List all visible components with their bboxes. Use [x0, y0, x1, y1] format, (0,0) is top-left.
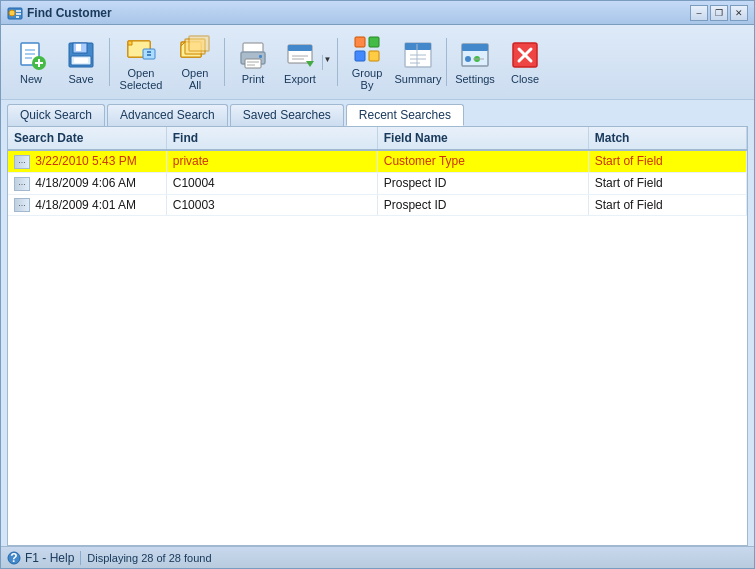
- svg-rect-49: [473, 58, 484, 60]
- group-by-label: Group By: [347, 67, 387, 91]
- summary-button[interactable]: Summary: [394, 34, 442, 90]
- svg-marker-34: [306, 61, 314, 67]
- open-selected-label: Open Selected: [119, 67, 163, 91]
- settings-icon: [459, 39, 491, 71]
- status-divider: [80, 551, 81, 565]
- svg-rect-18: [143, 49, 155, 59]
- new-button[interactable]: New: [7, 34, 55, 90]
- svg-rect-31: [288, 45, 312, 51]
- open-all-button[interactable]: Open All: [170, 29, 220, 95]
- help-label-container: ? F1 - Help: [7, 551, 74, 565]
- group-by-button[interactable]: Group By: [342, 29, 392, 95]
- print-icon: [237, 39, 269, 71]
- help-icon: ?: [7, 551, 21, 565]
- title-bar-buttons: – ❐ ✕: [690, 5, 748, 21]
- open-selected-button[interactable]: Open Selected: [114, 29, 168, 95]
- cell-search-date: ··· 3/22/2010 5:43 PM: [8, 150, 166, 172]
- svg-rect-26: [245, 59, 261, 68]
- svg-rect-14: [76, 44, 81, 51]
- export-dropdown-arrow[interactable]: ▼: [322, 55, 332, 70]
- restore-button[interactable]: ❐: [710, 5, 728, 21]
- table-row[interactable]: ··· 4/18/2009 4:06 AM C10004 Prospect ID…: [8, 172, 747, 194]
- cell-field-name: Customer Type: [377, 150, 588, 172]
- export-icon: [284, 39, 316, 71]
- row-indicator: ···: [14, 155, 30, 169]
- close-icon: [509, 39, 541, 71]
- summary-icon: [402, 39, 434, 71]
- toolbar-sep-4: [446, 38, 447, 86]
- tab-quick-search[interactable]: Quick Search: [7, 104, 105, 126]
- title-bar: Find Customer – ❐ ✕: [1, 1, 754, 25]
- svg-rect-38: [369, 51, 379, 61]
- open-all-label: Open All: [175, 67, 215, 91]
- save-label: Save: [68, 73, 93, 85]
- main-window: Find Customer – ❐ ✕ New: [0, 0, 755, 569]
- cell-match: Start of Field: [588, 194, 746, 216]
- window-icon: [7, 5, 23, 21]
- settings-button[interactable]: Settings: [451, 34, 499, 90]
- tab-recent-searches[interactable]: Recent Searches: [346, 104, 464, 126]
- window-close-button[interactable]: ✕: [730, 5, 748, 21]
- svg-rect-27: [259, 55, 262, 58]
- export-button[interactable]: Export ▼: [279, 34, 333, 90]
- svg-rect-40: [405, 43, 431, 50]
- summary-label: Summary: [394, 73, 441, 85]
- svg-rect-23: [189, 36, 209, 51]
- help-label: F1 - Help: [25, 551, 74, 565]
- cell-match: Start of Field: [588, 172, 746, 194]
- col-header-field-name: Field Name: [377, 127, 588, 150]
- svg-point-47: [465, 56, 471, 62]
- cell-field-name: Prospect ID: [377, 194, 588, 216]
- col-header-search-date: Search Date: [8, 127, 166, 150]
- cell-field-name: Prospect ID: [377, 172, 588, 194]
- svg-rect-37: [369, 37, 379, 47]
- close-label: Close: [511, 73, 539, 85]
- cell-find: C10003: [166, 194, 377, 216]
- cell-find: C10004: [166, 172, 377, 194]
- cell-search-date: ··· 4/18/2009 4:01 AM: [8, 194, 166, 216]
- status-bar: ? F1 - Help Displaying 28 of 28 found: [1, 546, 754, 568]
- toolbar-sep-2: [224, 38, 225, 86]
- recent-searches-table: Search Date Find Field Name Match ··· 3/…: [8, 127, 747, 216]
- svg-rect-36: [355, 51, 365, 61]
- cell-match: Start of Field: [588, 150, 746, 172]
- cell-search-date: ··· 4/18/2009 4:06 AM: [8, 172, 166, 194]
- print-label: Print: [242, 73, 265, 85]
- window-title: Find Customer: [27, 6, 686, 20]
- export-label: Export: [284, 73, 316, 85]
- svg-rect-35: [355, 37, 365, 47]
- row-indicator: ···: [14, 177, 30, 191]
- open-all-icon: [179, 33, 211, 65]
- col-header-match: Match: [588, 127, 746, 150]
- new-label: New: [20, 73, 42, 85]
- tab-saved-searches[interactable]: Saved Searches: [230, 104, 344, 126]
- settings-label: Settings: [455, 73, 495, 85]
- print-button[interactable]: Print: [229, 34, 277, 90]
- svg-point-1: [9, 10, 15, 16]
- table-header-row: Search Date Find Field Name Match: [8, 127, 747, 150]
- toolbar-sep-3: [337, 38, 338, 86]
- save-icon: [65, 39, 97, 71]
- tab-advanced-search[interactable]: Advanced Search: [107, 104, 228, 126]
- cell-find: private: [166, 150, 377, 172]
- table-wrapper: Search Date Find Field Name Match ··· 3/…: [8, 127, 747, 545]
- table-row[interactable]: ··· 3/22/2010 5:43 PM private Customer T…: [8, 150, 747, 172]
- close-toolbar-button[interactable]: Close: [501, 34, 549, 90]
- svg-rect-46: [462, 44, 488, 51]
- display-info: Displaying 28 of 28 found: [87, 552, 211, 564]
- col-header-find: Find: [166, 127, 377, 150]
- svg-text:?: ?: [10, 551, 17, 565]
- open-selected-icon: [125, 33, 157, 65]
- save-button[interactable]: Save: [57, 34, 105, 90]
- group-by-icon: [351, 33, 383, 65]
- row-indicator: ···: [14, 198, 30, 212]
- tabs-container: Quick Search Advanced Search Saved Searc…: [1, 100, 754, 126]
- new-icon: [15, 39, 47, 71]
- table-row[interactable]: ··· 4/18/2009 4:01 AM C10003 Prospect ID…: [8, 194, 747, 216]
- toolbar-sep-1: [109, 38, 110, 86]
- minimize-button[interactable]: –: [690, 5, 708, 21]
- toolbar: New Save: [1, 25, 754, 100]
- content-area: Search Date Find Field Name Match ··· 3/…: [7, 126, 748, 546]
- svg-rect-16: [74, 58, 88, 63]
